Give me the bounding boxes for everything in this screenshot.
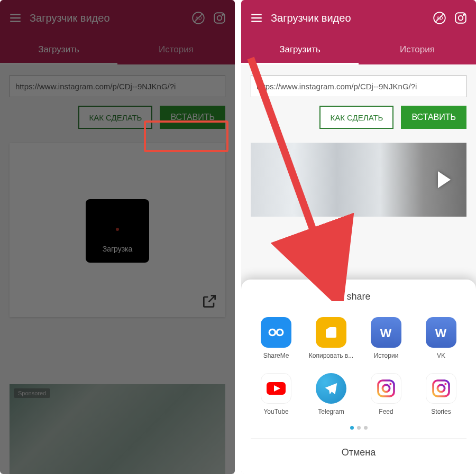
app-shareme[interactable]: ShareMe: [251, 317, 301, 359]
svg-point-10: [269, 329, 275, 335]
tabs: Загрузить История: [241, 36, 476, 64]
instagram-icon[interactable]: [213, 11, 226, 25]
tab-history[interactable]: История: [117, 36, 235, 64]
paste-button[interactable]: ВСТАВИТЬ: [160, 106, 225, 129]
loading-text: Загрузка: [103, 245, 133, 253]
tabs: Загрузить История: [0, 36, 235, 64]
video-thumbnail[interactable]: [251, 143, 466, 217]
svg-text:AD: AD: [196, 15, 202, 21]
paste-button[interactable]: ВСТАВИТЬ: [401, 106, 466, 129]
share-sheet: share ShareMe Копировать в... W Истории …: [241, 280, 476, 474]
tab-download[interactable]: Загрузить: [241, 36, 359, 64]
app-header: Загрузчик видео AD: [241, 0, 476, 36]
app-youtube[interactable]: YouTube: [251, 373, 301, 415]
app-telegram[interactable]: Telegram: [306, 373, 356, 415]
svg-point-3: [217, 16, 222, 21]
share-title: share: [251, 291, 466, 302]
sponsored-content[interactable]: Sponsored: [10, 384, 225, 474]
svg-point-19: [437, 385, 444, 392]
tab-download[interactable]: Загрузить: [0, 36, 117, 64]
header-title: Загрузчик видео: [271, 12, 425, 24]
menu-icon[interactable]: [8, 11, 22, 25]
app-vk[interactable]: W VK: [416, 317, 466, 359]
open-external-icon[interactable]: [201, 293, 218, 310]
sponsored-badge: Sponsored: [14, 388, 50, 398]
instagram-icon[interactable]: [454, 11, 468, 25]
screen-right: Загрузчик видео AD Загрузить История htt…: [241, 0, 476, 474]
page-dots: [251, 426, 466, 430]
url-input[interactable]: https://www.instagram.com/p/CDj--9NJKnG/…: [10, 75, 225, 97]
howto-button[interactable]: КАК СДЕЛАТЬ: [319, 106, 393, 129]
svg-text:W: W: [380, 326, 392, 340]
header-title: Загрузчик видео: [30, 12, 184, 24]
svg-point-20: [444, 383, 446, 385]
svg-point-16: [382, 385, 389, 392]
no-ads-icon[interactable]: AD: [433, 11, 446, 25]
svg-text:AD: AD: [437, 15, 443, 21]
app-copy[interactable]: Копировать в...: [306, 317, 356, 359]
app-instagram-feed[interactable]: Feed: [361, 373, 411, 415]
url-input[interactable]: https://www.instagram.com/p/CDj--9NJKnG/…: [251, 75, 466, 97]
app-instagram-stories[interactable]: Stories: [416, 373, 466, 415]
svg-point-17: [389, 383, 391, 385]
svg-rect-15: [378, 380, 394, 396]
svg-point-11: [277, 329, 282, 335]
screen-left: Загрузчик видео AD Загрузить История htt…: [0, 0, 235, 474]
svg-point-9: [463, 14, 464, 15]
loading-toast: Загрузка: [86, 199, 149, 263]
svg-point-8: [459, 16, 463, 21]
app-vk-stories[interactable]: W Истории: [361, 317, 411, 359]
no-ads-icon[interactable]: AD: [191, 11, 205, 25]
tab-history[interactable]: История: [359, 36, 476, 64]
howto-button[interactable]: КАК СДЕЛАТЬ: [78, 106, 152, 129]
svg-point-4: [222, 14, 223, 15]
app-header: Загрузчик видео AD: [0, 0, 235, 36]
menu-icon[interactable]: [250, 11, 263, 25]
play-icon: [438, 171, 451, 188]
loading-dot: [116, 228, 119, 231]
button-row: КАК СДЕЛАТЬ ВСТАВИТЬ: [251, 106, 466, 129]
svg-rect-18: [433, 380, 449, 396]
share-apps-grid: ShareMe Копировать в... W Истории W VK Y…: [251, 317, 466, 415]
cancel-button[interactable]: Отмена: [251, 438, 466, 461]
svg-text:W: W: [435, 326, 447, 340]
button-row: КАК СДЕЛАТЬ ВСТАВИТЬ: [10, 106, 225, 129]
